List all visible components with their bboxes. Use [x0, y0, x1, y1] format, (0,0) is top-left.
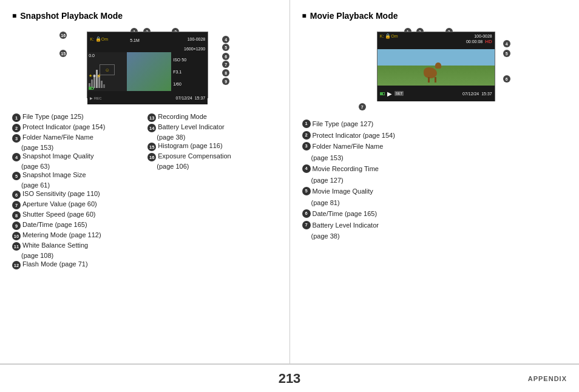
page-number: 213 [279, 371, 301, 387]
item-10: 10 Metering Mode (page 112) [12, 231, 141, 240]
m-label-7: 7 [359, 103, 366, 110]
item-16-cont: (page 106) [157, 163, 277, 170]
m-item-3: 3 Folder Name/File Name [302, 141, 567, 152]
snapshot-screen: K: 🔒Om 100-0028 5.1M 1600×1200 0. [87, 32, 208, 98]
battery-snap [89, 87, 93, 90]
main-content: Snapshot Playback Mode 1 2 3 [0, 0, 579, 392]
snap-line2: 5.1M [130, 38, 140, 42]
movie-image-area [378, 49, 495, 86]
right-panel: Movie Playback Mode 1 2 3 4 [290, 0, 580, 363]
m-badge-6: 6 [302, 209, 311, 218]
item-12: 12 Flash Mode (page 71) [12, 260, 141, 269]
badge-6: 6 [12, 191, 21, 199]
badge-15: 15 [147, 143, 156, 151]
snap-bottom-bar: ▶ REC 07/12/24 15:37 [87, 91, 208, 104]
m-item-7-cont: (page 38) [311, 231, 567, 242]
battery-movie [380, 92, 385, 95]
item-4-cont: (page 63) [21, 163, 141, 170]
label-5: 5 [222, 44, 229, 51]
movie-hd: HD [485, 39, 492, 44]
movie-icons: K: 🔒Om [380, 33, 398, 39]
badge-1: 1 [12, 113, 21, 122]
item-5: 5 Snapshot Image Size [12, 171, 141, 180]
focus-frame: ☺ [100, 64, 115, 75]
m-badge-3: 3 [302, 142, 311, 150]
face-icon: ☺ [105, 67, 110, 73]
m-item-3-cont: (page 153) [311, 153, 567, 163]
item-5-cont: (page 61) [21, 181, 141, 189]
m-label-6: 6 [503, 75, 510, 83]
badge-7: 7 [12, 201, 21, 209]
top-section: Snapshot Playback Mode 1 2 3 [0, 0, 579, 364]
item-14: 14 Battery Level Indicator [147, 123, 277, 132]
item-3-cont: (page 153) [21, 144, 141, 151]
snap-icons: K: 🔒Om [90, 36, 108, 42]
m-item-6: 6 Date/Time (page 165) [302, 209, 567, 219]
snap-aperture: F3.1 [173, 70, 206, 74]
movie-title-text: Movie Playback Mode [310, 11, 398, 21]
badge-4: 4 [12, 153, 21, 161]
snapshot-diagram-area: 1 2 3 4 5 6 [12, 27, 277, 106]
snap-filename: 100-0028 [188, 37, 206, 41]
m-label-5: 5 [503, 50, 510, 57]
movie-bottom-bar: ▶ SET 07/12/24 15:37 [378, 86, 495, 101]
item-6: 6 ISO Sensitivity (page 110) [12, 190, 141, 199]
snap-middle: 0.0 [87, 52, 208, 91]
bottom-bar: 213 APPENDIX [0, 364, 579, 392]
movie-date: 07/12/24 [462, 92, 479, 96]
badge-2: 2 [12, 124, 21, 132]
m-item-5: 5 Movie Image Quality [302, 186, 567, 197]
deer-leg2 [435, 77, 436, 83]
item-1: 1 File Type (page 125) [12, 113, 141, 122]
movie-screen: K: 🔒Om 100-0028 00:00:08 HD [377, 32, 495, 101]
badge-5: 5 [12, 172, 21, 180]
label-8: 8 [222, 69, 229, 76]
item-13: 13 Recording Mode [147, 113, 277, 122]
snapshot-items-right: 13 Recording Mode 14 Battery Level Indic… [147, 113, 277, 271]
badge-9: 9 [12, 221, 21, 230]
movie-time: 00:00:08 [466, 39, 482, 44]
icon-wb: ⊕ [93, 73, 96, 78]
movie-controls: ▶ SET [380, 90, 404, 97]
snap-iso: ISO 50 [173, 58, 206, 62]
m-item-2: 2 Protect Indicator (page 154) [302, 130, 567, 141]
badge-11: 11 [12, 242, 21, 251]
snap-datetime: 07/12/24 15:37 [176, 96, 206, 100]
battery-fill-movie [381, 93, 383, 95]
item-4: 4 Snapshot Image Quality [12, 152, 141, 161]
m-badge-7: 7 [302, 221, 311, 229]
snap-time: 15:37 [195, 96, 206, 100]
badge-10: 10 [12, 232, 21, 240]
snap-image [127, 52, 171, 91]
m-badge-2: 2 [302, 131, 311, 140]
appendix-label: APPENDIX [528, 375, 567, 382]
m-label-4: 4 [503, 40, 510, 47]
movie-top-bar: K: 🔒Om 100-0028 00:00:08 HD [378, 32, 495, 49]
badge-13: 13 [147, 113, 156, 122]
label-4: 4 [222, 36, 229, 43]
m-badge-4: 4 [302, 164, 311, 173]
movie-clock: 15:37 [481, 92, 492, 96]
m-badge-5: 5 [302, 187, 311, 195]
play-icon: ▶ [387, 90, 392, 97]
snap-top-bar: K: 🔒Om 100-0028 5.1M [87, 32, 208, 46]
label-16: 16 [59, 32, 67, 39]
movie-top-row2: 00:00:08 HD [380, 39, 492, 44]
snapshot-items: 1 File Type (page 125) 2 Protect Indicat… [12, 113, 277, 271]
label-15: 15 [59, 50, 67, 57]
m-item-4-cont: (page 127) [311, 175, 567, 186]
snap-exposure: 0.0 [89, 53, 95, 58]
snapshot-title: Snapshot Playback Mode [12, 11, 277, 21]
badge-3: 3 [12, 134, 21, 143]
label-7: 7 [222, 61, 229, 68]
snap-size-bar: 1600×1200 [87, 46, 208, 52]
movie-items: 1 File Type (page 127) 2 Protect Indicat… [302, 119, 567, 242]
m-item-1: 1 File Type (page 127) [302, 119, 567, 129]
movie-top-row1: K: 🔒Om 100-0028 [380, 33, 492, 39]
deer-leg1 [428, 77, 430, 83]
snap-shutter: 1/60 [173, 82, 206, 86]
hist-bar-6 [101, 81, 103, 88]
movie-datetime: 07/12/24 15:37 [462, 92, 492, 96]
snap-mode-icon: ▶ REC [90, 96, 101, 100]
icon-star: ★ [89, 73, 92, 78]
